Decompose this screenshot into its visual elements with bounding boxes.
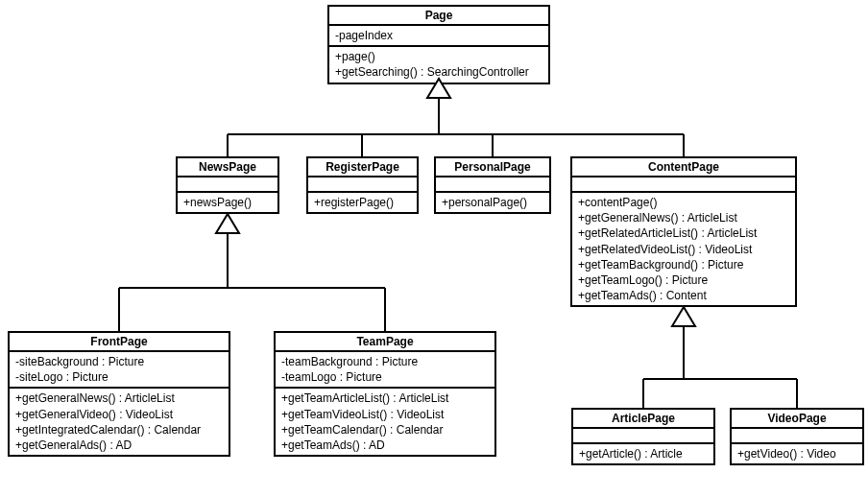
class-contentpage: ContentPage +contentPage() +getGeneralNe…: [570, 156, 797, 307]
class-teampage-ops: +getTeamArticleList() : ArticleList +get…: [276, 389, 494, 455]
op-line: +getRelatedVideoList() : VideoList: [578, 242, 789, 257]
class-frontpage-name: FrontPage: [10, 333, 229, 352]
class-page: Page -pageIndex +page() +getSearching() …: [327, 5, 550, 84]
op-line: +getGeneralNews() : ArticleList: [578, 210, 789, 225]
op-line: +getGeneralNews() : ArticleList: [15, 390, 223, 406]
class-personalpage-attrs: [436, 178, 549, 193]
op-line: +getTeamArticleList() : ArticleList: [281, 390, 489, 406]
op-line: +getTeamAds() : Content: [578, 288, 789, 303]
class-contentpage-name: ContentPage: [572, 158, 795, 178]
op-line: +getGeneralAds() : AD: [15, 438, 223, 453]
attr-line: -pageIndex: [335, 28, 542, 43]
class-page-attrs: -pageIndex: [329, 26, 548, 47]
op-line: +getArticle() : Article: [579, 446, 708, 462]
class-teampage: TeamPage -teamBackground : Picture -team…: [274, 331, 496, 457]
class-videopage-attrs: [732, 429, 862, 444]
attr-line: -siteLogo : Picture: [15, 369, 223, 385]
class-videopage-name: VideoPage: [732, 410, 862, 429]
class-page-ops: +page() +getSearching() : SearchingContr…: [329, 47, 548, 82]
gen-contentpage: [643, 307, 797, 408]
class-registerpage-ops: +registerPage(): [308, 193, 417, 212]
class-contentpage-ops: +contentPage() +getGeneralNews() : Artic…: [572, 193, 795, 305]
class-personalpage-name: PersonalPage: [436, 158, 549, 178]
op-line: +getVideo() : Video: [737, 446, 856, 462]
class-personalpage-ops: +personalPage(): [436, 193, 549, 212]
svg-marker-12: [672, 307, 695, 326]
class-videopage-ops: +getVideo() : Video: [732, 444, 862, 463]
op-line: +getIntegratedCalendar() : Calendar: [15, 422, 223, 438]
class-newspage-name: NewsPage: [178, 158, 277, 178]
class-articlepage-ops: +getArticle() : Article: [573, 444, 713, 463]
op-line: +getSearching() : SearchingController: [335, 64, 542, 80]
gen-page: [228, 79, 684, 156]
class-personalpage: PersonalPage +personalPage(): [434, 156, 551, 214]
op-line: +getRelatedArticleList() : ArticleList: [578, 225, 789, 241]
op-line: +page(): [335, 49, 542, 64]
op-line: +newsPage(): [183, 195, 272, 210]
class-frontpage-ops: +getGeneralNews() : ArticleList +getGene…: [10, 389, 229, 455]
class-registerpage: RegisterPage +registerPage(): [306, 156, 419, 214]
class-articlepage-attrs: [573, 429, 713, 444]
op-line: +registerPage(): [314, 195, 411, 210]
class-registerpage-attrs: [308, 178, 417, 193]
op-line: +getGeneralVideo() : VideoList: [15, 407, 223, 422]
svg-marker-7: [216, 214, 239, 233]
class-teampage-attrs: -teamBackground : Picture -teamLogo : Pi…: [276, 352, 494, 389]
class-newspage-attrs: [178, 178, 277, 193]
op-line: +personalPage(): [442, 195, 543, 210]
class-contentpage-attrs: [572, 178, 795, 193]
attr-line: -teamLogo : Picture: [281, 369, 489, 385]
class-articlepage: ArticlePage +getArticle() : Article: [571, 408, 715, 465]
class-videopage: VideoPage +getVideo() : Video: [730, 408, 864, 465]
class-page-name: Page: [329, 7, 548, 26]
op-line: +contentPage(): [578, 195, 789, 210]
gen-newspage: [119, 214, 385, 331]
class-newspage: NewsPage +newsPage(): [176, 156, 279, 214]
op-line: +getTeamBackground() : Picture: [578, 257, 789, 272]
op-line: +getTeamAds() : AD: [281, 438, 489, 453]
op-line: +getTeamCalendar() : Calendar: [281, 422, 489, 438]
class-articlepage-name: ArticlePage: [573, 410, 713, 429]
class-teampage-name: TeamPage: [276, 333, 494, 352]
class-frontpage: FrontPage -siteBackground : Picture -sit…: [8, 331, 230, 457]
attr-line: -siteBackground : Picture: [15, 354, 223, 369]
op-line: +getTeamVideoList() : VideoList: [281, 407, 489, 422]
class-frontpage-attrs: -siteBackground : Picture -siteLogo : Pi…: [10, 352, 229, 389]
class-newspage-ops: +newsPage(): [178, 193, 277, 212]
attr-line: -teamBackground : Picture: [281, 354, 489, 369]
op-line: +getTeamLogo() : Picture: [578, 272, 789, 288]
class-registerpage-name: RegisterPage: [308, 158, 417, 178]
